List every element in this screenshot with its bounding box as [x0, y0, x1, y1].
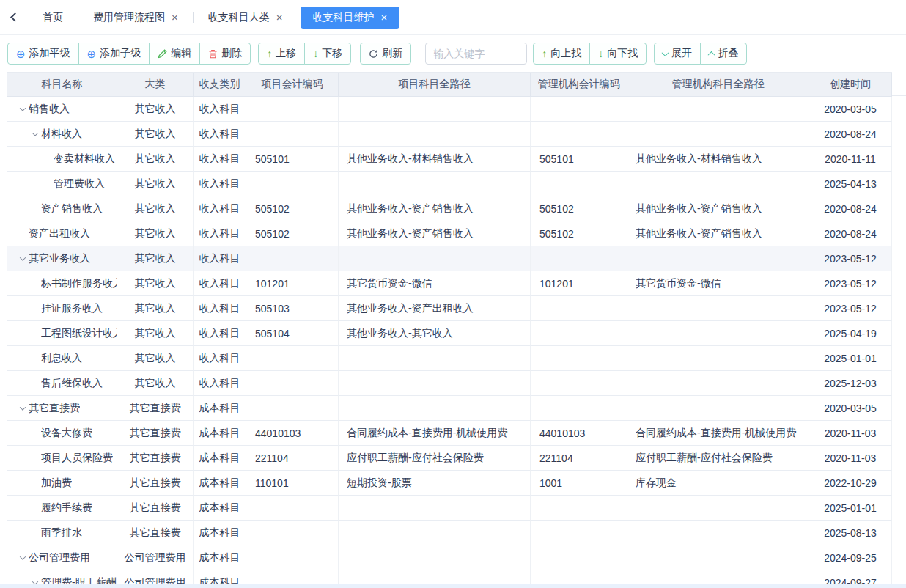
tree-indent	[16, 183, 41, 184]
cell-org-path	[627, 396, 809, 421]
tab-subject-maintenance[interactable]: 收支科目维护 ×	[301, 7, 400, 29]
add-sibling-button[interactable]: ⊕ 添加平级	[7, 43, 79, 65]
button-label: 添加平级	[29, 47, 70, 60]
collapse-all-button[interactable]: 折叠	[700, 43, 747, 65]
close-icon[interactable]: ×	[381, 12, 388, 23]
cell-org-path: 其他业务收入-资产销售收入	[627, 196, 809, 221]
keyword-search-input[interactable]	[425, 43, 527, 65]
tree-collapse-icon[interactable]	[29, 128, 41, 140]
cell-org-code	[531, 521, 627, 545]
tree-indent	[16, 507, 29, 508]
cell-project-code: 505102	[246, 221, 339, 246]
cell-project-code	[246, 172, 339, 196]
cell-org-code	[531, 371, 627, 396]
tab-expense-flowchart[interactable]: 费用管理流程图 ×	[81, 7, 191, 29]
find-up-button[interactable]: ↑ 向上找	[533, 43, 590, 65]
table-row[interactable]: 材料收入其它收入收入科目2020-08-24	[7, 122, 892, 147]
cell-org-path	[627, 246, 809, 271]
tab-home[interactable]: 首页	[30, 7, 76, 29]
close-icon[interactable]: ×	[172, 12, 178, 23]
cell-org-code	[531, 545, 627, 570]
cell-project-code	[246, 246, 339, 271]
cell-project-code	[246, 346, 339, 371]
subject-name-cell: 设备大修费	[7, 421, 117, 446]
table-row[interactable]: 雨季排水其它直接费成本科目2025-08-13	[7, 521, 892, 545]
tree-leaf-spacer	[29, 302, 41, 315]
cell-type: 成本科目	[194, 471, 246, 496]
cell-category: 其它收入	[117, 147, 194, 172]
arrow-up-icon: ↑	[542, 48, 547, 59]
tree-collapse-icon[interactable]	[16, 103, 29, 115]
table-row[interactable]: 利息收入其它收入收入科目2025-01-01	[7, 346, 892, 371]
tree-indent	[16, 133, 29, 134]
tab-separator	[78, 12, 78, 23]
refresh-button[interactable]: 刷新	[360, 43, 411, 65]
cell-category: 其它收入	[117, 296, 194, 321]
cell-org-code	[531, 321, 627, 346]
cell-created: 2020-03-05	[809, 396, 892, 421]
cell-project-code: 110101	[246, 471, 339, 496]
header-org-path: 管理机构科目全路径	[627, 73, 809, 97]
cell-category: 其它收入	[117, 97, 194, 122]
cell-org-code	[531, 97, 627, 122]
cell-type: 收入科目	[194, 196, 246, 221]
cell-project-path	[339, 246, 531, 271]
add-child-button[interactable]: ⊕ 添加子级	[78, 43, 150, 65]
cell-category: 公司管理费用	[117, 545, 194, 570]
cell-org-code	[531, 122, 627, 147]
table-row[interactable]: 项目人员保险费其它直接费成本科目221104应付职工薪酬-应付社会保险费2211…	[7, 446, 892, 471]
table-row[interactable]: 公司管理费用公司管理费用成本科目2024-09-25	[7, 545, 892, 570]
edit-button[interactable]: 编辑	[149, 43, 200, 65]
table-row[interactable]: 工程图纸设计收入其它收入收入科目505104其他业务收入-其它收入2025-04…	[7, 321, 892, 346]
subject-name-cell: 挂证服务收入	[7, 296, 117, 321]
tree-leaf-spacer	[29, 377, 41, 389]
table-row[interactable]: 挂证服务收入其它收入收入科目505103其他业务收入-资产出租收入2023-05…	[7, 296, 892, 321]
trash-icon	[208, 49, 218, 59]
tree-collapse-icon[interactable]	[16, 252, 29, 265]
table-row[interactable]: 变卖材料收入其它收入收入科目505101其他业务收入-材料销售收入505101其…	[7, 147, 892, 172]
table-row[interactable]: 履约手续费其它直接费成本科目2025-01-01	[7, 496, 892, 521]
pencil-icon	[158, 49, 167, 59]
arrow-down-icon: ↓	[313, 48, 318, 59]
find-down-button[interactable]: ↓ 向下找	[589, 43, 647, 65]
move-up-button[interactable]: ↑ 上移	[258, 43, 305, 65]
table-row[interactable]: 加油费其它直接费成本科目110101短期投资-股票1001库存现金2022-10…	[7, 471, 892, 496]
move-down-button[interactable]: ↓ 下移	[304, 43, 351, 65]
back-icon[interactable]	[10, 12, 20, 22]
cell-project-path: 其它货币资金-微信	[339, 271, 531, 296]
cell-project-code: 505103	[246, 296, 339, 321]
cell-project-code: 101201	[246, 271, 339, 296]
cell-type: 成本科目	[194, 521, 246, 545]
table-row[interactable]: 管理费收入其它收入收入科目2025-04-13	[7, 172, 892, 196]
table-row[interactable]: 设备大修费其它直接费成本科目44010103合同履约成本-直接费用-机械使用费4…	[7, 421, 892, 446]
subject-name: 资产销售收入	[41, 202, 103, 216]
delete-button[interactable]: 删除	[199, 43, 251, 65]
tree-leaf-spacer	[29, 477, 41, 489]
cell-org-code: 505101	[531, 147, 627, 172]
chevron-up-icon	[708, 51, 715, 58]
cell-project-path	[339, 521, 531, 545]
tree-collapse-icon[interactable]	[16, 551, 29, 564]
table-row[interactable]: 其它直接费其它直接费成本科目2020-03-05	[7, 396, 892, 421]
table-row[interactable]: 销售收入其它收入收入科目2020-03-05	[7, 97, 892, 122]
tree-collapse-icon[interactable]	[16, 402, 29, 414]
cell-category: 其它收入	[117, 122, 194, 147]
table-row[interactable]: 资产出租收入其它收入收入科目505102其他业务收入-资产销售收入505102其…	[7, 221, 892, 246]
expand-all-button[interactable]: 展开	[654, 43, 701, 65]
tree-leaf-spacer	[41, 152, 54, 165]
table-row[interactable]: 资产销售收入其它收入收入科目505102其他业务收入-资产销售收入505102其…	[7, 196, 892, 221]
cell-org-code: 44010103	[531, 421, 627, 446]
table-row[interactable]: 其它业务收入其它收入收入科目2023-05-12	[7, 246, 892, 271]
subject-name: 其它直接费	[29, 402, 80, 415]
subject-name: 资产出租收入	[29, 227, 90, 240]
close-icon[interactable]: ×	[276, 12, 283, 23]
cell-created: 2025-04-13	[809, 172, 892, 196]
cell-org-path: 库存现金	[627, 471, 809, 496]
table-row[interactable]: 标书制作服务收入其它收入收入科目101201其它货币资金-微信101201其它货…	[7, 271, 892, 296]
tab-subject-categories[interactable]: 收支科目大类 ×	[196, 7, 295, 29]
cell-org-code	[531, 496, 627, 521]
horizontal-scrollbar[interactable]	[0, 584, 906, 588]
cell-org-code: 1001	[531, 471, 627, 496]
subject-name-cell: 履约手续费	[7, 496, 117, 521]
table-row[interactable]: 售后维保收入其它收入收入科目2025-12-03	[7, 371, 892, 396]
